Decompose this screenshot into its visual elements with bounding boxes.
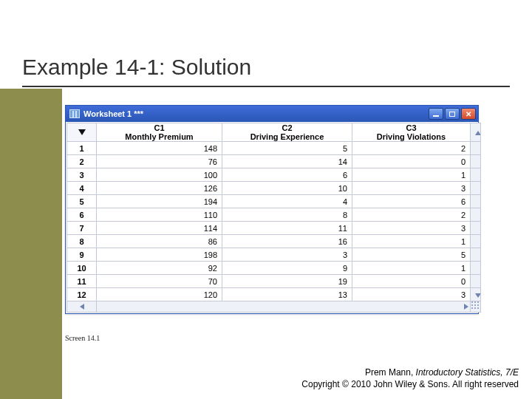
vertical-scrollbar-track[interactable] (471, 275, 481, 288)
chevron-up-icon (475, 131, 481, 135)
col-label-c3: Driving Violations (357, 132, 466, 141)
cell[interactable]: 120 (97, 288, 222, 301)
chevron-right-icon (464, 304, 468, 310)
cell[interactable]: 10 (222, 182, 352, 195)
row-header[interactable]: 1 (67, 142, 97, 155)
col-header-c2[interactable]: C2 Driving Experience (222, 123, 352, 142)
col-label-c2: Driving Experience (227, 132, 347, 141)
cell[interactable]: 148 (97, 142, 222, 155)
cell[interactable]: 100 (97, 168, 222, 182)
table-row: 114852 (67, 142, 481, 155)
cell[interactable]: 1 (352, 235, 471, 248)
cell[interactable]: 6 (352, 195, 471, 208)
row-header[interactable]: 11 (67, 275, 97, 288)
maximize-icon (449, 112, 455, 117)
scrollbar-up-button[interactable] (471, 123, 481, 142)
row-header[interactable]: 8 (67, 235, 97, 248)
cell[interactable]: 3 (352, 182, 471, 195)
vertical-scrollbar-track[interactable] (471, 168, 481, 182)
cell[interactable]: 126 (97, 182, 222, 195)
data-table[interactable]: C1 Monthly Premium C2 Driving Experience… (66, 123, 481, 313)
table-row: 310061 (67, 168, 481, 182)
cell[interactable]: 114 (97, 222, 222, 235)
vertical-scrollbar-track[interactable] (471, 222, 481, 235)
close-icon: ✕ (466, 110, 471, 118)
page-title: Example 14-1: Solution (22, 55, 251, 80)
cell[interactable]: 8 (222, 208, 352, 222)
cell[interactable]: 1 (352, 168, 471, 182)
table-row: 919835 (67, 248, 481, 262)
scrollbar-left-button[interactable] (67, 301, 97, 313)
maximize-button[interactable] (445, 108, 460, 120)
cell[interactable]: 3 (352, 222, 471, 235)
cell[interactable]: 2 (352, 208, 471, 222)
vertical-scrollbar-track[interactable] (471, 155, 481, 168)
horizontal-scrollbar-track[interactable] (97, 301, 471, 313)
table-row: 12120133 (67, 288, 481, 301)
title-rule (22, 86, 510, 87)
vertical-scrollbar-track[interactable] (471, 182, 481, 195)
scrollbar-down-button[interactable] (471, 288, 481, 301)
worksheet-icon (69, 109, 80, 118)
cell[interactable]: 76 (97, 155, 222, 168)
cell[interactable]: 0 (352, 155, 471, 168)
row-header[interactable]: 2 (67, 155, 97, 168)
cell[interactable]: 0 (352, 275, 471, 288)
row-header[interactable]: 7 (67, 222, 97, 235)
cell[interactable]: 4 (222, 195, 352, 208)
cell[interactable]: 14 (222, 155, 352, 168)
arrow-down-icon (78, 129, 86, 135)
cell[interactable]: 86 (97, 235, 222, 248)
cell[interactable]: 194 (97, 195, 222, 208)
row-header[interactable]: 3 (67, 168, 97, 182)
cell[interactable]: 6 (222, 168, 352, 182)
vertical-scrollbar-track[interactable] (471, 235, 481, 248)
col-id-c1: C1 (154, 123, 164, 132)
cell[interactable]: 11 (222, 222, 352, 235)
row-header[interactable]: 10 (67, 262, 97, 275)
cell[interactable]: 92 (97, 262, 222, 275)
col-header-c1[interactable]: C1 Monthly Premium (97, 123, 222, 142)
cell[interactable]: 70 (97, 275, 222, 288)
cell[interactable]: 1 (352, 262, 471, 275)
vertical-scrollbar-track[interactable] (471, 195, 481, 208)
cell[interactable]: 110 (97, 208, 222, 222)
col-label-c1: Monthly Premium (101, 132, 217, 141)
row-header[interactable]: 12 (67, 288, 97, 301)
table-row: 7114113 (67, 222, 481, 235)
cell[interactable]: 16 (222, 235, 352, 248)
select-all-corner[interactable] (67, 123, 97, 142)
col-id-c3: C3 (406, 123, 416, 132)
row-header[interactable]: 5 (67, 195, 97, 208)
worksheet-window: Worksheet 1 *** ✕ C1 Monthly Premium (65, 105, 479, 314)
cell[interactable]: 3 (352, 288, 471, 301)
worksheet-grid: C1 Monthly Premium C2 Driving Experience… (66, 122, 478, 313)
cell[interactable]: 19 (222, 275, 352, 288)
vertical-scrollbar-track[interactable] (471, 142, 481, 155)
table-row: 611082 (67, 208, 481, 222)
cell[interactable]: 9 (222, 262, 352, 275)
col-header-c3[interactable]: C3 Driving Violations (352, 123, 471, 142)
cell[interactable]: 2 (352, 142, 471, 155)
chevron-left-icon (80, 304, 84, 310)
cell[interactable]: 13 (222, 288, 352, 301)
window-titlebar[interactable]: Worksheet 1 *** ✕ (66, 106, 478, 122)
screen-caption: Screen 14.1 (65, 334, 100, 342)
table-row: 4126103 (67, 182, 481, 195)
chevron-down-icon (475, 293, 481, 298)
close-button[interactable]: ✕ (461, 108, 476, 120)
footer-author: Prem Mann, (365, 367, 416, 378)
cell[interactable]: 5 (352, 248, 471, 262)
row-header[interactable]: 4 (67, 182, 97, 195)
cell[interactable]: 3 (222, 248, 352, 262)
minimize-button[interactable] (429, 108, 443, 120)
footer-book: Introductory Statistics, 7/E (416, 367, 519, 378)
vertical-scrollbar-track[interactable] (471, 248, 481, 262)
col-id-c2: C2 (282, 123, 292, 132)
cell[interactable]: 198 (97, 248, 222, 262)
cell[interactable]: 5 (222, 142, 352, 155)
vertical-scrollbar-track[interactable] (471, 262, 481, 275)
vertical-scrollbar-track[interactable] (471, 208, 481, 222)
row-header[interactable]: 9 (67, 248, 97, 262)
row-header[interactable]: 6 (67, 208, 97, 222)
